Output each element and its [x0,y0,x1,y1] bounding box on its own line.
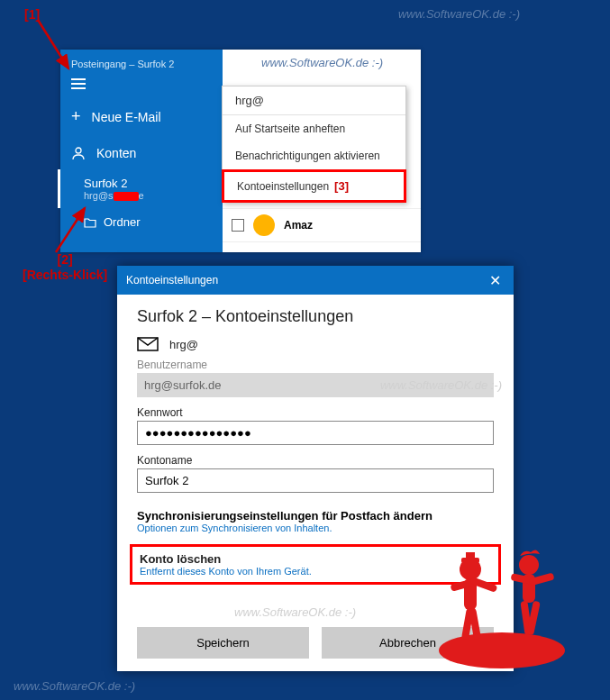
svg-line-1 [38,20,68,68]
delete-heading: Konto löschen [140,552,491,566]
annotation-2: [2] [Rechts-Klick] [23,252,107,283]
window-title: Posteingang – Surfok 2 [60,57,223,71]
accounts-label: Konten [96,146,136,160]
svg-rect-20 [526,601,541,636]
accountname-input[interactable] [137,468,494,493]
mail-row[interactable]: Amaz [223,209,421,242]
svg-point-4 [76,148,81,153]
context-menu-header: hrg@ [223,86,405,114]
delete-subtitle: Entfernt dieses Konto von Ihrem Gerät. [… [140,566,491,577]
password-input[interactable] [137,421,494,445]
sync-subtitle: Optionen zum Synchronisieren von Inhalte… [137,523,494,533]
new-mail-button[interactable]: + Neue E-Mail [60,96,223,137]
mail-icon [137,337,159,351]
settings-dialog: Kontoeinstellungen ✕ Surfok 2 – Kontoein… [117,266,514,671]
svg-line-3 [56,208,85,252]
annotation-3: [3] [334,179,349,193]
redaction [114,192,139,201]
svg-point-15 [519,555,539,575]
dialog-title: Kontoeinstellungen [126,274,218,286]
hamburger-icon [71,78,86,89]
annotation-1: [1] [24,7,40,22]
context-menu: hrg@ Auf Startseite anheften Benachricht… [222,86,406,203]
sync-heading[interactable]: Synchronisierungseinstellungen für Postf… [137,509,494,523]
checkbox[interactable] [232,219,244,232]
plus-icon: + [71,107,81,126]
dialog-email: hrg@ [169,338,198,351]
dialog-titlebar: Kontoeinstellungen ✕ [117,266,514,295]
person-icon [71,146,86,160]
mail-row-label: Amaz [284,219,313,232]
cancel-button[interactable]: Abbrechen [322,627,494,659]
menu-item-account-settings[interactable]: Kontoeinstellungen[3] [222,169,406,203]
menu-item-pin[interactable]: Auf Startseite anheften [223,115,405,142]
watermark: www.SoftwareOK.de :-) [14,679,135,693]
accounts-header[interactable]: Konten [60,137,223,169]
password-label: Kennwort [137,406,494,419]
username-value: hrg@surfok.de [137,373,494,397]
account-name: Surfok 2 [84,177,199,190]
svg-rect-19 [520,601,532,636]
account-email: hrg@se [84,190,199,201]
save-button[interactable]: Speichern [137,627,309,659]
svg-rect-17 [510,573,536,586]
folders-label: Ordner [104,215,140,229]
close-icon[interactable]: ✕ [486,272,505,289]
accountname-label: Kontoname [137,454,494,467]
new-mail-label: Neue E-Mail [92,110,161,124]
dialog-heading: Surfok 2 – Kontoeinstellungen [137,307,494,326]
username-label: Benutzername [137,359,494,371]
svg-rect-18 [528,573,554,586]
avatar [253,214,275,236]
menu-item-notifications[interactable]: Benachrichtigungen aktivieren [223,142,405,169]
watermark: www.SoftwareOK.de :-) [398,7,520,21]
hamburger-button[interactable] [60,71,223,96]
svg-rect-16 [523,574,535,603]
delete-account-section[interactable]: Konto löschen Entfernt dieses Konto von … [130,544,501,585]
